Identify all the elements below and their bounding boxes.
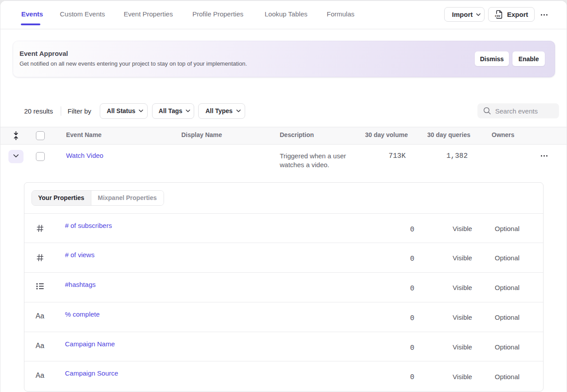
svg-text:csv: csv [495, 14, 501, 18]
